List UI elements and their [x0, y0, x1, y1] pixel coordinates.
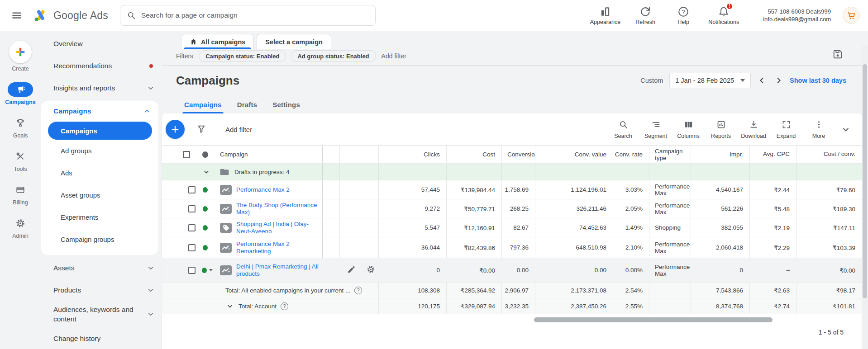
tab-campaigns[interactable]: Campaigns [184, 95, 222, 113]
enabled-status-icon[interactable] [203, 206, 208, 212]
row-checkbox[interactable] [188, 224, 196, 231]
sidebar-item-assets[interactable]: Assets [41, 257, 162, 279]
campaign-row[interactable]: Delhi | Pmax Remarketing | All products … [162, 258, 862, 283]
avatar[interactable] [843, 7, 860, 24]
add-filter-link[interactable]: Add filter [382, 52, 406, 60]
chevron-down-icon[interactable] [202, 167, 211, 176]
appearance-button[interactable]: Appearance [590, 6, 620, 25]
column-header-conversions[interactable]: Conversions [501, 146, 535, 163]
help-circle-icon[interactable]: ? [281, 302, 288, 310]
column-header-campaign-type[interactable]: Campaign type [649, 146, 691, 163]
status-menu[interactable] [202, 268, 213, 273]
sidebar-item-overview[interactable]: Overview [41, 33, 162, 55]
filter-chip[interactable]: Ad group status: Enabled [291, 50, 376, 62]
status-header-cell[interactable] [196, 146, 215, 163]
sidebar-group-campaigns[interactable]: Campaigns [41, 101, 158, 122]
search-input[interactable] [141, 11, 369, 19]
rail-item-billing[interactable]: Billing [8, 183, 33, 206]
sidebar-subitem-asset-groups[interactable]: Asset groups [41, 184, 158, 206]
filter-chip[interactable]: Campaign status: Enabled [199, 50, 286, 62]
enabled-status-icon[interactable] [203, 225, 208, 231]
sidebar-subitem-ads[interactable]: Ads [41, 162, 158, 184]
column-header-clicks[interactable]: Clicks [378, 146, 446, 163]
tab-select-a-campaign[interactable]: Select a campaign [257, 34, 331, 49]
enabled-status-icon[interactable] [203, 245, 208, 250]
global-search[interactable] [120, 5, 376, 26]
help-circle-icon[interactable]: ? [354, 287, 362, 294]
campaign-row[interactable]: The Body Shop (Performance Max) 9,272₹50… [162, 199, 862, 218]
chevron-right-icon[interactable] [773, 75, 783, 85]
campaign-link[interactable]: Performance Max 2 [236, 186, 290, 193]
segment-button[interactable]: Segment [642, 120, 670, 139]
sidebar-subitem-ad-groups[interactable]: Ad groups [41, 140, 158, 162]
more-button[interactable]: More [805, 120, 833, 139]
column-header-cost[interactable]: Cost [446, 146, 501, 163]
row-checkbox[interactable] [188, 205, 196, 212]
expand-button[interactable]: Expand [772, 120, 800, 139]
campaign-link[interactable]: Shopping Ad | India | Olay-Neut-Aveeno [236, 221, 320, 235]
add-campaign-button[interactable] [166, 120, 185, 139]
collapse-toolbar-chevron-icon[interactable] [840, 123, 852, 135]
sidebar-subitem-experiments[interactable]: Experiments [41, 206, 158, 228]
date-range-picker[interactable]: 1 Jan - 28 Feb 2025 [669, 73, 751, 88]
cell-type: Shopping [649, 218, 691, 237]
edit-pencil-icon[interactable] [347, 265, 356, 275]
sidebar-item-recommendations[interactable]: Recommendations [41, 55, 162, 77]
sidebar-item-insights-and-reports[interactable]: Insights and reports [41, 77, 162, 99]
tab-drafts[interactable]: Drafts [237, 95, 258, 113]
campaign-link[interactable]: Delhi | Pmax Remarketing | All products [236, 263, 320, 278]
tab-all-campaigns[interactable]: All campaigns [181, 34, 254, 49]
save-icon[interactable] [833, 49, 843, 59]
filter-funnel-icon[interactable] [196, 124, 206, 134]
help-button[interactable]: ? Help [670, 6, 696, 25]
account-info[interactable]: 557-108-6003 Deals999 info.deals999@gmai… [763, 8, 831, 23]
campaign-link[interactable]: The Body Shop (Performance Max) [236, 202, 320, 216]
toolbar-add-filter[interactable]: Add filter [225, 126, 252, 133]
sidebar-subitem-campaigns[interactable]: Campaigns [48, 122, 152, 140]
column-header-conv-rate[interactable]: Conv. rate [613, 146, 649, 163]
campaign-row[interactable]: Performance Max 2 57,445₹139,984.441,758… [162, 180, 862, 199]
refresh-button[interactable]: Refresh [632, 6, 658, 25]
menu-icon[interactable] [11, 9, 23, 21]
row-checkbox[interactable] [188, 267, 196, 274]
columns-button[interactable]: Columns [674, 120, 702, 139]
column-header-campaign[interactable]: Campaign [215, 146, 322, 163]
column-header-cost-conv[interactable]: Cost / conv. [796, 146, 862, 163]
show-last-30-days-link[interactable]: Show last 30 days [790, 77, 846, 84]
sidebar-item-products[interactable]: Products [41, 279, 162, 301]
column-header-conv-value[interactable]: Conv. value [535, 146, 613, 163]
settings-gear-icon[interactable] [367, 265, 375, 275]
sidebar-subitem-campaign-groups[interactable]: Campaign groups [41, 228, 158, 250]
notifications-button[interactable]: ! Notifications [708, 6, 739, 25]
vertical-scrollbar-thumb[interactable] [863, 64, 867, 298]
rail-item-create[interactable]: Create [9, 41, 32, 72]
column-header-impr[interactable]: Impr. [691, 146, 749, 163]
tab-settings[interactable]: Settings [272, 95, 300, 113]
campaign-row[interactable]: Shopping Ad | India | Olay-Neut-Aveeno 5… [162, 218, 862, 237]
horizontal-scrollbar-thumb[interactable] [534, 317, 773, 322]
row-checkbox[interactable] [188, 244, 196, 251]
rail-item-tools[interactable]: Tools [8, 149, 33, 172]
sidebar-item-change-history[interactable]: Change history [41, 327, 162, 349]
topbar-divider [751, 6, 751, 24]
rail-item-goals[interactable]: Goals [8, 116, 33, 139]
cell-type [649, 298, 691, 314]
enabled-status-icon[interactable] [203, 187, 208, 193]
reports-button[interactable]: Reports [707, 120, 735, 139]
rail-item-campaigns[interactable]: Campaigns [5, 82, 35, 105]
sidebar-item-audiences[interactable]: Audiences, keywords and content [41, 301, 162, 327]
row-checkbox[interactable] [188, 186, 196, 193]
search-button[interactable]: Search [609, 120, 637, 139]
download-button[interactable]: Download [739, 120, 768, 139]
chevron-down-icon[interactable] [225, 302, 234, 311]
select-all-checkbox[interactable] [183, 151, 190, 158]
google-ads-logo[interactable]: Google Ads [33, 8, 108, 23]
vertical-scrollbar[interactable] [862, 45, 868, 349]
chevron-left-icon[interactable] [757, 75, 767, 85]
campaign-row[interactable]: Performance Max 2 Remarketing 36,044₹82,… [162, 237, 862, 258]
rail-item-admin[interactable]: Admin [8, 216, 33, 239]
horizontal-scrollbar[interactable] [336, 317, 857, 322]
drafts-row[interactable]: Drafts in progress: 4 [162, 164, 862, 180]
campaign-link[interactable]: Performance Max 2 Remarketing [236, 241, 320, 255]
column-header-avg-cpc[interactable]: Avg. CPC [749, 146, 796, 163]
